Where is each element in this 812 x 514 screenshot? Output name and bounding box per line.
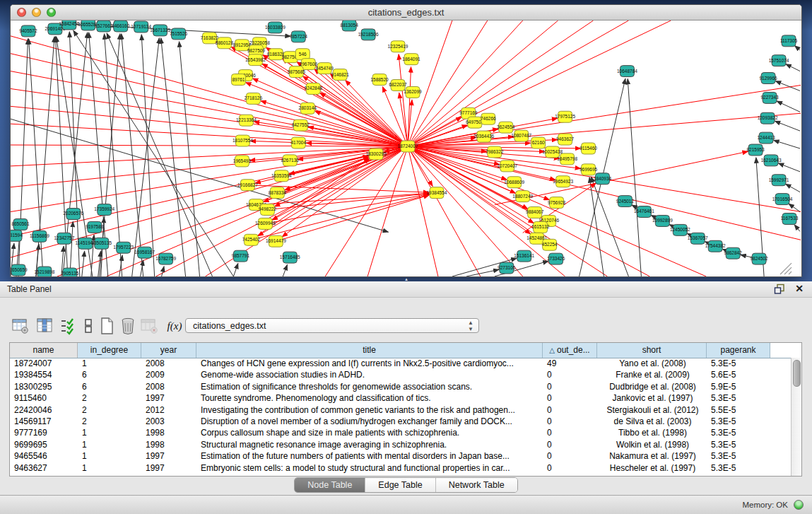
table-row[interactable]: 1456911722003Disruption of a novel membe… [10,416,792,427]
graph-node[interactable]: 452254 [542,239,558,250]
graph-node[interactable]: 17544382 [705,240,726,252]
graph-node[interactable]: 9756928 [548,197,566,209]
column-header-short[interactable]: short [597,343,707,358]
table-row[interactable]: 946362711997Embryonic stem cells: a mode… [10,462,792,474]
graph-node[interactable]: 9227343 [760,92,779,103]
graph-node[interactable]: 62160 [531,137,546,148]
graph-node[interactable]: 13505135 [91,238,112,249]
graph-node[interactable]: 9884067 [526,207,544,218]
unselect-all-rows-button[interactable] [79,317,98,335]
float-panel-icon[interactable] [774,284,785,295]
graph-node[interactable]: 9699695 [579,164,598,175]
graph-node[interactable]: 1615132 [531,221,550,233]
graph-node[interactable]: 746266 [481,113,496,124]
graph-node[interactable]: 7986322 [486,146,504,158]
graph-node[interactable]: 16210643 [761,155,782,166]
graph-node[interactable]: 7905135 [61,268,79,276]
graph-node[interactable]: 8860128 [216,37,234,49]
graph-node[interactable]: 16671335 [150,25,170,36]
new-column-button[interactable] [98,317,116,335]
memory-status-indicator[interactable] [794,500,804,510]
close-panel-icon[interactable]: ✕ [795,283,804,294]
graph-node[interactable]: 2718126 [245,93,263,104]
graph-node[interactable]: 8466160 [112,21,130,32]
table-row[interactable]: 2242004622012Investigating the contribut… [10,404,792,416]
graph-node[interactable]: 1362099 [404,86,422,98]
graph-node[interactable]: 8878334 [269,187,287,199]
graph-node[interactable]: 15136141 [514,250,534,262]
graph-node[interactable]: 9129966 [759,73,777,84]
graph-node[interactable]: 8650561 [11,218,30,230]
graph-node[interactable]: 1965493 [233,156,252,167]
column-header-pagerank[interactable]: pagerank [707,343,770,358]
graph-node[interactable]: 1244413 [757,132,775,144]
table-vertical-scrollbar[interactable] [791,358,801,476]
function-builder-button[interactable]: f(x) [163,317,187,335]
graph-node[interactable]: 7425402 [242,234,261,245]
graph-node[interactable]: 15716485 [280,252,300,263]
graph-node[interactable]: 3624554 [497,122,515,133]
graph-node[interactable]: 9857791 [232,250,250,262]
graph-node[interactable]: 9405572 [19,25,37,37]
graph-node[interactable]: 9824502 [750,253,768,264]
graph-node[interactable]: 18495798 [557,153,577,165]
column-header-in_degree[interactable]: in_degree [78,343,141,358]
graph-node[interactable]: 10648784 [617,66,637,77]
delete-column-button[interactable] [119,317,137,335]
resize-grip-icon[interactable] [780,263,792,274]
graph-node[interactable]: 7515526 [170,28,188,40]
graph-node[interactable]: 12325419 [388,41,408,52]
graph-node[interactable]: 10688609 [504,177,524,188]
graph-node[interactable]: 15367057 [688,233,708,244]
graph-node[interactable]: 331594 [11,230,23,241]
graph-node[interactable]: 2803144 [299,103,317,114]
graph-node[interactable]: 16033809 [265,22,286,33]
graph-node[interactable]: 12450052 [670,224,690,235]
graph-node[interactable]: 89761 [231,74,245,86]
graph-node[interactable]: 9115460 [579,143,597,154]
graph-node[interactable]: 9242848 [305,83,323,95]
graph-node[interactable]: 11156869 [30,230,49,242]
graph-node[interactable]: 16914479 [266,235,286,247]
graph-node[interactable]: 1840934 [594,173,612,185]
column-header-year[interactable]: year [141,343,196,358]
graph-node[interactable]: 8813054 [341,21,359,31]
network-canvas[interactable]: 7163822886012889129542322605898275091654… [11,21,801,276]
tab-edge-table[interactable]: Edge Table [365,478,435,492]
tab-node-table[interactable]: Node Table [295,478,365,492]
graph-node[interactable]: 20364436 [473,131,494,142]
graph-node[interactable]: 9862842 [724,247,743,259]
graph-node[interactable]: 10720407 [497,160,517,172]
graph-node[interactable]: 8427552 [292,119,310,131]
graph-node[interactable]: 9245012 [616,196,635,207]
graph-node[interactable]: 19218506 [358,29,379,40]
graph-node[interactable]: 417004 [290,137,306,148]
graph-node[interactable]: 19654923 [553,176,573,187]
graph-node[interactable]: 17016504 [772,194,793,205]
graph-node[interactable]: 20206576 [63,209,83,220]
graph-node[interactable]: 18107554 [233,135,253,146]
table-selector-dropdown[interactable]: citations_edges.txt ▲▼ [185,318,479,333]
graph-node[interactable]: 1117305 [780,35,798,47]
table-row[interactable]: 946554611997Estimation of the future num… [10,450,792,462]
graph-node[interactable]: 8215953 [746,144,765,156]
tab-network-table[interactable]: Network Table [436,478,517,492]
column-header-name[interactable]: name [10,343,78,358]
show-column-button[interactable] [35,317,54,335]
graph-node[interactable]: 9146821 [331,69,350,81]
graph-node[interactable]: 19384554 [427,187,447,199]
graph-node[interactable]: 9273106 [498,262,516,274]
graph-node[interactable]: 2650659 [11,264,28,276]
graph-node[interactable]: 9197588 [86,221,104,233]
graph-node[interactable]: 1588520 [370,74,389,86]
graph-node[interactable]: 1527662 [95,21,113,32]
network-graph[interactable]: 7163822886012889129542322605898275091654… [11,21,801,276]
column-header-title[interactable]: title [196,343,543,358]
graph-node[interactable]: 1733426 [547,253,565,264]
window-titlebar[interactable]: citations_edges.txt [11,5,801,21]
graph-node[interactable]: 8267130 [281,155,300,166]
table-options-button[interactable] [11,317,30,335]
graph-node[interactable]: 9498222 [259,204,277,216]
table-row[interactable]: 1830029562008Estimation of significance … [10,381,792,392]
graph-node[interactable]: 9875685 [288,66,306,78]
